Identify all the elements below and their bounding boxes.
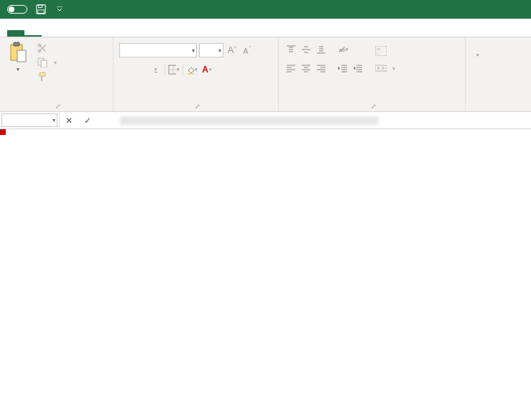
chevron-down-icon: ▾ <box>54 60 57 66</box>
autosave-switch-off[interactable] <box>7 5 27 14</box>
borders-button[interactable]: ▾ <box>167 63 180 76</box>
font-name-select[interactable]: ▾ <box>119 43 197 57</box>
worksheet-grid[interactable] <box>0 129 531 420</box>
align-bottom-button[interactable] <box>315 43 328 56</box>
align-middle-button[interactable] <box>300 43 313 56</box>
wrap-text-button[interactable]: abc <box>373 45 397 57</box>
scissors-icon <box>37 42 48 54</box>
align-right-button[interactable] <box>315 62 328 75</box>
format-painter-button[interactable] <box>34 70 59 83</box>
align-left-button[interactable] <box>285 62 297 75</box>
enter-formula-button[interactable]: ✓ <box>78 116 97 126</box>
tab-page-layout[interactable] <box>59 30 76 37</box>
align-top-button[interactable] <box>285 43 297 56</box>
ribbon: ▾ ▾ ⤢ ▾ <box>0 37 531 112</box>
title-bar <box>0 0 531 19</box>
paintbrush-icon <box>37 71 48 83</box>
group-clipboard: ▾ ▾ ⤢ <box>0 37 114 111</box>
svg-rect-2 <box>38 10 45 13</box>
formula-bar: ▾ ✕ ✓ <box>0 112 531 129</box>
dialog-launcher-icon[interactable]: ⤢ <box>55 103 61 110</box>
svg-text:ab: ab <box>339 47 346 53</box>
increase-font-button[interactable]: A^ <box>226 44 239 57</box>
italic-button[interactable] <box>134 63 147 76</box>
tab-file[interactable] <box>7 30 24 37</box>
tab-home[interactable] <box>24 29 42 37</box>
currency-button[interactable]: ▾ <box>471 49 484 62</box>
increase-indent-button[interactable] <box>351 62 364 75</box>
bold-button[interactable] <box>119 63 132 76</box>
copy-button[interactable]: ▾ <box>34 56 59 69</box>
svg-rect-1 <box>39 5 42 8</box>
fill-color-button[interactable]: ▾ <box>185 63 198 76</box>
tab-help[interactable] <box>145 30 162 37</box>
chevron-down-icon: ▾ <box>392 65 395 72</box>
copy-icon <box>37 57 48 68</box>
save-icon[interactable] <box>33 1 49 17</box>
svg-rect-12 <box>188 73 194 75</box>
merge-center-button[interactable]: ▾ <box>373 62 397 75</box>
orientation-button[interactable]: ab▾ <box>336 43 349 56</box>
cut-button[interactable] <box>34 42 59 55</box>
chevron-down-icon: ▾ <box>17 66 19 73</box>
font-color-button[interactable]: A▾ <box>200 63 213 76</box>
qat-dropdown-icon[interactable] <box>52 1 68 17</box>
wrap-text-icon: abc <box>375 45 387 57</box>
dialog-launcher-icon[interactable]: ⤢ <box>195 103 200 110</box>
svg-rect-4 <box>14 42 19 46</box>
formula-input[interactable] <box>116 112 531 129</box>
svg-rect-9 <box>41 60 47 67</box>
group-number: ▾ <box>466 37 531 111</box>
dialog-launcher-icon[interactable]: ⤢ <box>371 103 377 110</box>
tab-insert[interactable] <box>42 30 59 37</box>
paste-button[interactable]: ▾ <box>6 40 30 74</box>
tab-data[interactable] <box>93 30 111 37</box>
highlight-annotation-box <box>0 129 6 135</box>
font-size-select[interactable]: ▾ <box>199 43 223 57</box>
tab-view[interactable] <box>128 30 145 37</box>
svg-rect-10 <box>40 73 45 76</box>
svg-text:c: c <box>377 51 379 55</box>
underline-button[interactable]: ▾ <box>149 63 162 76</box>
cancel-formula-button[interactable]: ✕ <box>60 116 78 126</box>
autosave-toggle[interactable] <box>0 5 32 14</box>
tab-formulas[interactable] <box>76 30 93 37</box>
name-box[interactable]: ▾ <box>1 113 57 127</box>
svg-rect-5 <box>17 50 26 62</box>
merge-icon <box>375 62 387 74</box>
group-font: ▾ ▾ A^ A˅ ▾ ▾ ▾ A▾ ⤢ <box>114 37 279 111</box>
decrease-indent-button[interactable] <box>336 62 349 75</box>
tab-review[interactable] <box>111 30 128 37</box>
decrease-font-button[interactable]: A˅ <box>241 44 254 57</box>
align-center-button[interactable] <box>300 62 313 75</box>
ribbon-tabs <box>0 19 531 37</box>
percent-button[interactable] <box>486 49 499 62</box>
paste-icon <box>9 42 27 63</box>
group-alignment: ab▾ abc ▾ <box>279 37 466 111</box>
